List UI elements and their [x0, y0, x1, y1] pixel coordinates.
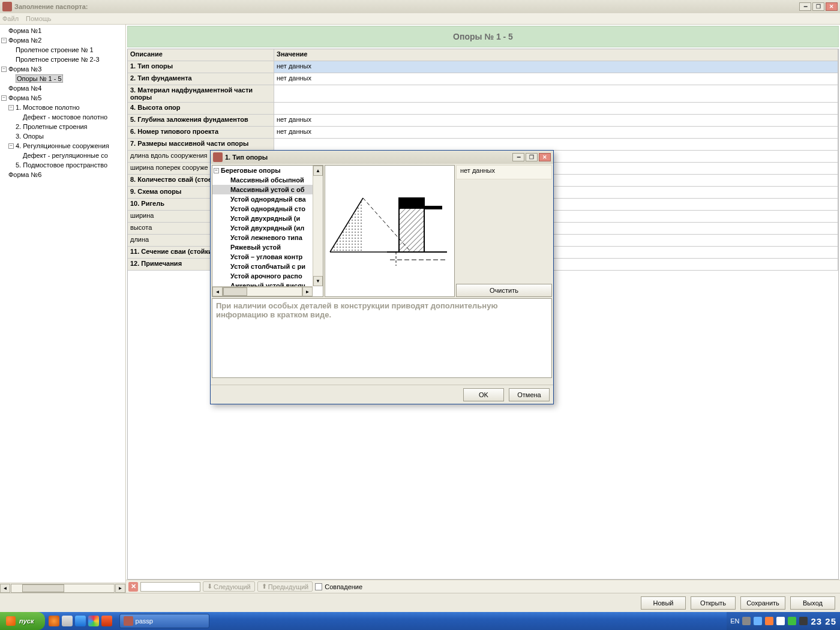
dialog-close-button[interactable]: ✕: [539, 153, 551, 161]
tree-hscroll[interactable]: ◄ ►: [0, 583, 125, 593]
scroll-right-icon[interactable]: ►: [302, 287, 313, 296]
grid-value[interactable]: нет данных: [274, 73, 838, 85]
tree-item[interactable]: Форма №5: [8, 94, 41, 101]
type-tree[interactable]: −Береговые опоры Массивный обсыпнойМасси…: [212, 165, 323, 297]
type-hscroll[interactable]: ◄ ►: [212, 286, 313, 296]
tree-item-selected[interactable]: Опоры № 1 - 5: [16, 74, 63, 83]
tree-item[interactable]: Форма №6: [8, 171, 41, 178]
find-next-button[interactable]: ⬇ Следующий: [203, 581, 255, 592]
type-item[interactable]: Устой столбчатый с ри: [212, 262, 323, 271]
quicklaunch-icon[interactable]: [101, 616, 112, 626]
tree-item[interactable]: 5. Подмостовое пространство: [16, 161, 107, 169]
type-item[interactable]: Устой – угловая контр: [212, 252, 323, 262]
tree-item[interactable]: 4. Регуляционные сооружения: [16, 142, 109, 149]
column-header-desc: Описание: [128, 49, 274, 61]
menu-help[interactable]: Помощь: [26, 15, 52, 22]
open-button[interactable]: Открыть: [691, 596, 736, 610]
save-button[interactable]: Сохранить: [740, 596, 785, 610]
tree-item[interactable]: Дефект - мостовое полотно: [23, 113, 107, 121]
grid-value[interactable]: нет данных: [274, 115, 838, 126]
exit-button[interactable]: Выход: [790, 596, 835, 610]
tree-item[interactable]: 2. Пролетные строения: [16, 123, 88, 130]
scroll-right-icon[interactable]: ►: [115, 584, 125, 593]
tray-icon[interactable]: [788, 617, 796, 625]
close-button[interactable]: ✕: [826, 2, 838, 11]
ok-button[interactable]: OK: [463, 388, 504, 401]
quicklaunch-icon[interactable]: [49, 616, 59, 626]
type-item[interactable]: Массивный устой с об: [212, 185, 323, 194]
type-item[interactable]: Устой двухрядный (и: [212, 214, 323, 223]
maximize-button[interactable]: ❐: [812, 2, 824, 11]
collapse-icon[interactable]: −: [1, 95, 7, 101]
system-tray: EN 23 25: [727, 612, 840, 630]
tree-item[interactable]: 3. Опоры: [16, 133, 44, 140]
find-prev-button[interactable]: ⬆ Предыдущий: [257, 581, 313, 592]
type-item[interactable]: Устой однорядный сто: [212, 204, 323, 214]
grid-value[interactable]: [274, 85, 838, 102]
grid-value[interactable]: нет данных: [274, 127, 838, 138]
tree-item[interactable]: Форма №1: [8, 27, 41, 34]
minimize-button[interactable]: ━: [799, 2, 811, 11]
form-tree[interactable]: Форма №1 −Форма №2 Пролетное строение № …: [0, 25, 125, 583]
scroll-down-icon[interactable]: ▼: [313, 276, 323, 286]
tray-icon[interactable]: [776, 617, 785, 625]
tree-item[interactable]: Пролетное строение № 1: [16, 46, 94, 53]
scroll-left-icon[interactable]: ◄: [0, 584, 10, 593]
grid-desc: 5. Глубина заложения фундаментов: [128, 115, 274, 126]
type-item[interactable]: Устой лежневого типа: [212, 233, 323, 242]
tray-clock[interactable]: 23 25: [811, 616, 836, 626]
type-vscroll[interactable]: ▲ ▼: [313, 166, 323, 286]
tray-icon[interactable]: [742, 617, 751, 625]
start-button[interactable]: пуск: [0, 612, 45, 630]
tree-item[interactable]: Форма №4: [8, 85, 41, 92]
collapse-icon[interactable]: −: [1, 38, 7, 43]
menu-file[interactable]: Файл: [2, 15, 19, 22]
bottom-button-bar: Новый Открыть Сохранить Выход: [0, 593, 840, 612]
tree-item[interactable]: Форма №3: [8, 65, 41, 73]
type-item[interactable]: Устой арочного распо: [212, 271, 323, 281]
clear-button[interactable]: Очистить: [456, 284, 552, 297]
grid-value[interactable]: нет данных: [274, 61, 838, 73]
dialog-maximize-button[interactable]: ❐: [526, 153, 538, 161]
type-item[interactable]: Устой однорядный сва: [212, 194, 323, 204]
new-button[interactable]: Новый: [641, 596, 686, 610]
tree-item[interactable]: Форма №2: [8, 37, 41, 44]
grid-value[interactable]: [274, 139, 838, 150]
type-item[interactable]: Устой двухрядный (ил: [212, 223, 323, 233]
tray-icon[interactable]: [799, 617, 808, 625]
find-match-checkbox[interactable]: [315, 583, 322, 590]
find-close-icon[interactable]: ✕: [128, 582, 138, 592]
tray-icon[interactable]: [754, 617, 762, 625]
taskbar-app-button[interactable]: passp: [119, 614, 209, 628]
type-dialog: 1. Тип опоры ━ ❐ ✕ −Береговые опоры Масс…: [210, 150, 554, 404]
tray-icon[interactable]: [765, 617, 773, 625]
collapse-icon[interactable]: −: [1, 67, 7, 72]
dialog-button-bar: OK Отмена: [211, 385, 553, 404]
collapse-icon[interactable]: −: [214, 168, 219, 173]
tree-item[interactable]: Дефект - регуляционные со: [23, 152, 108, 159]
dialog-icon: [213, 152, 223, 162]
main-titlebar: Заполнение паспорта: ━ ❐ ✕: [0, 0, 840, 13]
tree-item[interactable]: Пролетное строение № 2-3: [16, 56, 100, 63]
type-root[interactable]: Береговые опоры: [221, 167, 281, 174]
collapse-icon[interactable]: −: [8, 143, 14, 149]
tree-item[interactable]: 1. Мостовое полотно: [16, 104, 80, 111]
cancel-button[interactable]: Отмена: [509, 388, 550, 401]
tray-lang[interactable]: EN: [730, 617, 739, 625]
dialog-minimize-button[interactable]: ━: [512, 153, 524, 161]
grid-value[interactable]: [274, 103, 838, 114]
tree-pane: Форма №1 −Форма №2 Пролетное строение № …: [0, 25, 126, 593]
find-input[interactable]: [140, 582, 200, 592]
window-title: Заполнение паспорта:: [14, 3, 88, 10]
quicklaunch-icon[interactable]: [88, 616, 99, 626]
quicklaunch: [45, 616, 116, 626]
dialog-titlebar[interactable]: 1. Тип опоры ━ ❐ ✕: [211, 151, 553, 164]
type-item[interactable]: Ряжевый устой: [212, 242, 323, 252]
scroll-up-icon[interactable]: ▲: [313, 166, 323, 176]
scroll-left-icon[interactable]: ◄: [212, 287, 223, 296]
collapse-icon[interactable]: −: [8, 105, 14, 110]
grid-desc: 4. Высота опор: [128, 103, 274, 114]
quicklaunch-icon[interactable]: [75, 616, 86, 626]
type-item[interactable]: Массивный обсыпной: [212, 175, 323, 185]
quicklaunch-icon[interactable]: [62, 616, 73, 626]
